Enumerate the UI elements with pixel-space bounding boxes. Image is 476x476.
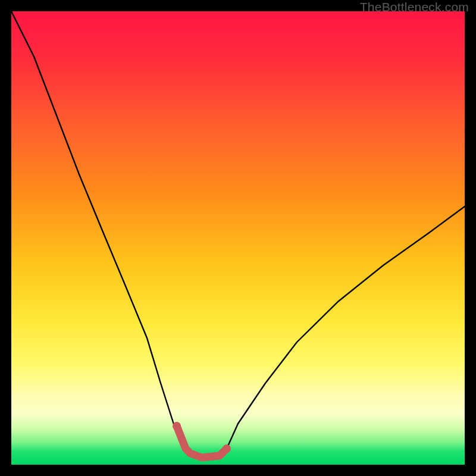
minimum-marker-segment <box>177 426 227 458</box>
watermark-text: TheBottleneck.com <box>360 0 469 14</box>
curve-line <box>11 11 465 458</box>
marker-dot <box>173 422 181 430</box>
marker-dot <box>223 444 231 453</box>
bottleneck-curve <box>11 11 465 465</box>
plot-area <box>11 11 465 465</box>
chart-frame: TheBottleneck.com <box>0 0 476 476</box>
